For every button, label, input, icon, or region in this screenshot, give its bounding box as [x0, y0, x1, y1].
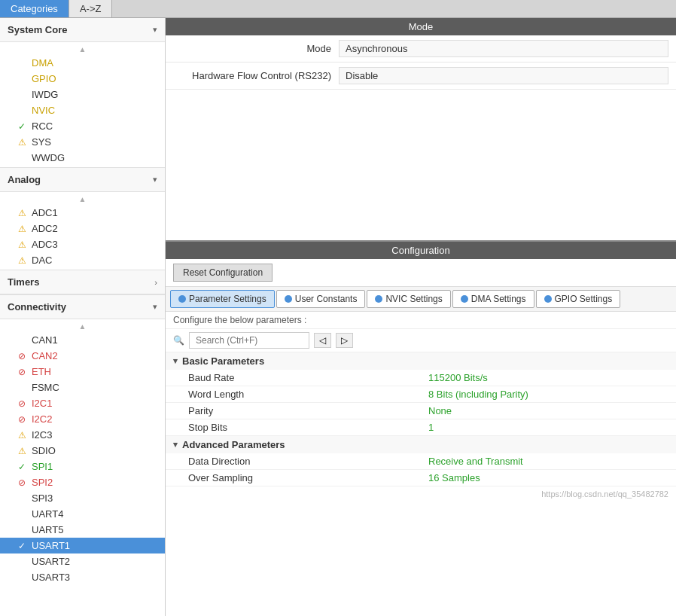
item-label: I2C3	[32, 429, 52, 441]
search-icon: 🔍	[173, 335, 184, 346]
chevron-down-icon: ▾	[153, 175, 157, 184]
param-value: 8 Bits (including Parity)	[428, 389, 668, 400]
section-timers-header[interactable]: Timers ›	[0, 270, 165, 294]
sidebar-item-sys[interactable]: ⚠ SYS	[0, 134, 165, 150]
sidebar-item-i2c2[interactable]: ⊘ I2C2	[0, 411, 165, 427]
sidebar-item-can1[interactable]: CAN1	[0, 332, 165, 348]
section-analog-header[interactable]: Analog ▾	[0, 167, 165, 192]
mode-row-value: Asynchronous	[339, 40, 668, 57]
ban-icon: ⊘	[18, 477, 29, 488]
item-label: IWDG	[32, 89, 58, 100]
item-label: ADC2	[32, 223, 58, 234]
item-label: RCC	[32, 120, 53, 132]
sidebar-item-can2[interactable]: ⊘ CAN2	[0, 348, 165, 364]
param-row-baud-rate: Baud Rate 115200 Bits/s	[166, 370, 676, 386]
sidebar-item-usart1[interactable]: ✓ USART1	[0, 538, 165, 553]
param-group-advanced-header[interactable]: ▾ Advanced Parameters	[166, 436, 676, 453]
warning-icon: ⚠	[18, 430, 29, 441]
sidebar: System Core ▾ ▲ DMA GPIO IWDG NVIC ✓	[0, 18, 166, 616]
search-input[interactable]	[189, 332, 309, 349]
sidebar-item-sdio[interactable]: ⚠ SDIO	[0, 443, 165, 459]
param-group-label: Advanced Parameters	[182, 439, 285, 450]
tab-atoz[interactable]: A->Z	[69, 0, 113, 17]
scroll-indicator-up: ▲	[0, 44, 165, 55]
warning-icon: ⚠	[18, 137, 29, 148]
mode-row-label: Mode	[173, 43, 339, 54]
item-label: I2C2	[32, 413, 52, 425]
tab-label: Parameter Settings	[189, 294, 266, 304]
sidebar-item-adc1[interactable]: ⚠ ADC1	[0, 205, 165, 221]
param-name: Over Sampling	[188, 472, 428, 483]
chevron-down-icon: ▾	[153, 25, 157, 35]
tab-dot	[178, 295, 186, 303]
sidebar-item-gpio[interactable]: GPIO	[0, 71, 165, 87]
section-system-core-header[interactable]: System Core ▾	[0, 18, 165, 42]
sidebar-item-adc3[interactable]: ⚠ ADC3	[0, 236, 165, 252]
mode-row-mode: Mode Asynchronous	[166, 35, 676, 63]
mode-row-value: Disable	[339, 67, 668, 84]
sidebar-item-i2c3[interactable]: ⚠ I2C3	[0, 427, 165, 443]
check-icon: ✓	[18, 462, 29, 472]
section-timers-title: Timers	[8, 276, 39, 288]
sidebar-item-i2c1[interactable]: ⊘ I2C1	[0, 395, 165, 411]
sidebar-item-spi3[interactable]: SPI3	[0, 490, 165, 506]
params-section: ▾ Basic Parameters Baud Rate 115200 Bits…	[166, 352, 676, 616]
item-label: UART5	[32, 524, 63, 535]
param-value: 115200 Bits/s	[428, 372, 668, 383]
mode-row-hwflow: Hardware Flow Control (RS232) Disable	[166, 63, 676, 90]
mode-row-label: Hardware Flow Control (RS232)	[173, 70, 339, 81]
sidebar-item-uart4[interactable]: UART4	[0, 506, 165, 522]
sidebar-item-nvic[interactable]: NVIC	[0, 102, 165, 118]
config-tabs: Parameter Settings User Constants NVIC S…	[166, 287, 676, 312]
sidebar-item-dma[interactable]: DMA	[0, 55, 165, 71]
section-connectivity-header[interactable]: Connectivity ▾	[0, 294, 165, 319]
config-toolbar: Reset Configuration	[166, 259, 676, 287]
item-label: WWDG	[32, 152, 65, 163]
item-label: ADC3	[32, 239, 58, 250]
scroll-indicator-up: ▲	[0, 194, 165, 205]
sidebar-item-fsmc[interactable]: FSMC	[0, 380, 165, 395]
param-name: Word Length	[188, 389, 428, 400]
sidebar-item-wwdg[interactable]: WWDG	[0, 150, 165, 166]
mode-panel: Mode Mode Asynchronous Hardware Flow Con…	[166, 18, 676, 240]
collapse-arrow-icon: ▾	[173, 356, 178, 366]
item-label: DMA	[32, 57, 53, 69]
param-group-basic-header[interactable]: ▾ Basic Parameters	[166, 352, 676, 370]
sidebar-item-spi2[interactable]: ⊘ SPI2	[0, 474, 165, 490]
sidebar-item-spi1[interactable]: ✓ SPI1	[0, 459, 165, 474]
sidebar-item-uart5[interactable]: UART5	[0, 522, 165, 538]
tab-label: GPIO Settings	[555, 294, 613, 304]
param-value: 1	[428, 422, 668, 433]
item-label: FSMC	[32, 382, 59, 393]
sidebar-item-iwdg[interactable]: IWDG	[0, 87, 165, 102]
tab-dma-settings[interactable]: DMA Settings	[452, 290, 534, 308]
search-next-button[interactable]: ▷	[336, 333, 353, 348]
top-tabs: Categories A->Z	[0, 0, 676, 18]
main-layout: System Core ▾ ▲ DMA GPIO IWDG NVIC ✓	[0, 18, 676, 616]
sidebar-item-adc2[interactable]: ⚠ ADC2	[0, 221, 165, 236]
item-label: UART4	[32, 508, 63, 520]
tab-gpio-settings[interactable]: GPIO Settings	[536, 290, 621, 308]
search-prev-button[interactable]: ◁	[314, 333, 331, 348]
sidebar-item-rcc[interactable]: ✓ RCC	[0, 118, 165, 134]
sidebar-item-dac[interactable]: ⚠ DAC	[0, 252, 165, 268]
tab-parameter-settings[interactable]: Parameter Settings	[170, 290, 275, 308]
tab-categories[interactable]: Categories	[0, 0, 69, 17]
tab-label: DMA Settings	[471, 294, 526, 304]
chevron-right-icon: ›	[154, 278, 157, 287]
reset-configuration-button[interactable]: Reset Configuration	[173, 264, 273, 282]
sidebar-item-usart2[interactable]: USART2	[0, 553, 165, 569]
param-group-label: Basic Parameters	[182, 355, 264, 367]
tab-nvic-settings[interactable]: NVIC Settings	[367, 290, 450, 308]
item-label: ADC1	[32, 207, 58, 218]
param-row-parity: Parity None	[166, 403, 676, 419]
section-system-core-title: System Core	[8, 24, 67, 35]
sidebar-item-usart3[interactable]: USART3	[0, 569, 165, 585]
configuration-panel: Configuration Reset Configuration Parame…	[166, 240, 676, 616]
param-value: 16 Samples	[428, 472, 668, 483]
tab-user-constants[interactable]: User Constants	[276, 290, 366, 308]
sidebar-item-eth[interactable]: ⊘ ETH	[0, 364, 165, 380]
item-label: NVIC	[32, 105, 55, 116]
config-header: Configuration	[166, 242, 676, 259]
param-row-stop-bits: Stop Bits 1	[166, 419, 676, 436]
